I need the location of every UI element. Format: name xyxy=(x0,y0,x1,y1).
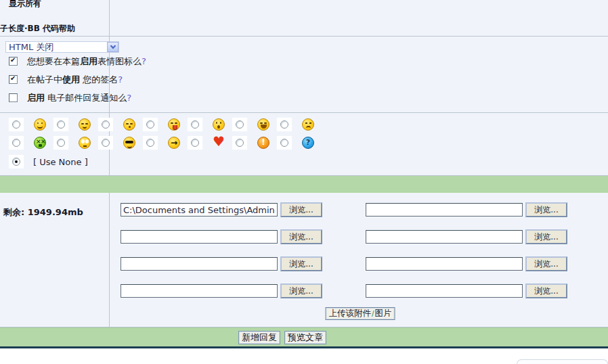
radio-cell xyxy=(98,118,113,131)
smiley-cell xyxy=(98,136,143,150)
smiley-radio-angry[interactable] xyxy=(280,120,288,129)
option-checkbox-1[interactable] xyxy=(9,75,18,84)
radio-cell xyxy=(232,118,247,131)
browse-button[interactable]: 浏览... xyxy=(525,283,567,298)
smiley-cell xyxy=(98,118,143,131)
option-label: 启用 电子邮件回复通知么? xyxy=(27,92,131,104)
file-path-input[interactable] xyxy=(121,257,278,271)
radio-cell xyxy=(232,136,247,150)
radio-cell xyxy=(143,118,158,131)
smiley-cell xyxy=(188,118,232,131)
preview-post-button[interactable]: 预览文章 xyxy=(284,331,326,344)
cool-icon xyxy=(123,137,135,149)
action-bar: 新增回复 预览文章 xyxy=(0,327,608,346)
option-row: 在帖子中使用 您的签名? xyxy=(9,74,123,85)
radio-cell xyxy=(53,136,68,150)
smiley-cell xyxy=(143,136,188,150)
option-checkbox-2[interactable] xyxy=(9,93,18,102)
smiley-radio-heart[interactable] xyxy=(191,139,199,147)
smiley-cell xyxy=(53,136,98,150)
radio-cell xyxy=(9,118,24,131)
shocked-icon xyxy=(213,118,225,131)
smiley-cell xyxy=(143,118,188,131)
upload-section: 剩余: 1949.94mb 浏览...浏览...浏览...浏览...浏览...浏… xyxy=(0,193,608,327)
radio-cell xyxy=(143,136,158,150)
smiley-radio-eyeroll[interactable] xyxy=(57,139,65,147)
smiley-cell xyxy=(277,118,322,131)
upload-button-text: 上传该附件 xyxy=(329,308,372,319)
option-row: 您想要在本篇启用表情图标么? xyxy=(9,56,146,66)
smiley-cell xyxy=(188,136,232,150)
smiley-cell xyxy=(53,118,98,131)
browse-button[interactable]: 浏览... xyxy=(280,202,322,217)
tongue-icon xyxy=(168,118,180,131)
green-band xyxy=(0,175,608,193)
option-checkbox-0[interactable] xyxy=(9,57,18,66)
smiley-radio-exclaim[interactable] xyxy=(236,139,244,147)
smiley-cell xyxy=(9,136,53,150)
submit-reply-button[interactable]: 新增回复 xyxy=(238,331,280,344)
browse-button[interactable]: 浏览... xyxy=(525,256,567,271)
smiley-radio-dead[interactable] xyxy=(12,139,20,147)
smiley-radio-cool[interactable] xyxy=(102,139,110,147)
browse-button[interactable]: 浏览... xyxy=(280,229,322,244)
option-label: 在帖子中使用 您的签名? xyxy=(27,74,123,86)
wink-icon xyxy=(79,118,91,131)
sleepy-icon xyxy=(123,118,135,131)
dropdown-arrow-button[interactable] xyxy=(107,42,118,52)
smiley-cell xyxy=(232,118,277,131)
smiley-radio-grin[interactable] xyxy=(236,120,244,129)
heart-icon xyxy=(213,137,225,149)
file-path-input[interactable] xyxy=(366,203,523,217)
use-none-radio[interactable] xyxy=(12,158,20,166)
smiley-radio-question[interactable] xyxy=(280,139,288,147)
radio-cell xyxy=(188,118,202,131)
use-none-label: [ Use None ] xyxy=(33,157,88,167)
grin-icon xyxy=(257,118,269,131)
option-row: 启用 电子邮件回复通知么? xyxy=(9,93,131,103)
html-mode-value: HTML 关闭 xyxy=(9,41,53,53)
bbcode-help-label[interactable]: 子长度·BB 代码帮助 xyxy=(0,23,75,35)
html-mode-select[interactable]: HTML 关闭 xyxy=(5,41,119,53)
file-path-input[interactable] xyxy=(121,230,278,244)
smile-icon xyxy=(34,118,46,131)
upload-button-text2: 图片 xyxy=(374,308,391,319)
smiley-radio-wink[interactable] xyxy=(57,120,65,129)
file-path-input[interactable] xyxy=(121,203,278,217)
browse-button[interactable]: 浏览... xyxy=(525,229,567,244)
angry-icon xyxy=(302,118,314,131)
corner-popup-edge xyxy=(517,359,608,364)
show-all-label[interactable]: 显示所有 xyxy=(9,0,41,9)
smiley-row xyxy=(9,118,322,131)
file-path-input[interactable] xyxy=(121,284,278,298)
file-path-input[interactable] xyxy=(366,257,523,271)
smiley-cell xyxy=(9,118,53,131)
smiley-section: [ Use None ] xyxy=(0,113,608,175)
options-section: HTML 关闭 您想要在本篇启用表情图标么?在帖子中使用 您的签名?启用 电子邮… xyxy=(0,37,608,112)
eyeroll-icon xyxy=(79,137,91,149)
arrow-icon xyxy=(168,137,180,149)
option-label: 您想要在本篇启用表情图标么? xyxy=(27,55,146,68)
radio-cell xyxy=(9,136,24,150)
radio-cell xyxy=(9,155,24,168)
smiley-cell xyxy=(232,136,277,150)
radio-cell xyxy=(188,136,202,150)
smiley-radio-shocked[interactable] xyxy=(191,120,199,129)
smiley-radio-sleepy[interactable] xyxy=(102,120,110,129)
dead-icon xyxy=(34,137,46,149)
quota-remaining-label: 剩余: 1949.94mb xyxy=(3,206,83,219)
file-path-input[interactable] xyxy=(366,230,523,244)
smiley-radio-smile[interactable] xyxy=(12,120,20,129)
upload-attachment-button[interactable]: 上传该附件/图片 xyxy=(326,307,395,320)
question-icon xyxy=(302,137,314,149)
smiley-row xyxy=(9,136,322,150)
file-path-input[interactable] xyxy=(366,284,523,298)
browse-button[interactable]: 浏览... xyxy=(525,202,567,217)
smiley-radio-tongue[interactable] xyxy=(146,120,154,129)
radio-cell xyxy=(53,118,68,131)
browse-button[interactable]: 浏览... xyxy=(280,283,322,298)
smiley-radio-arrow[interactable] xyxy=(146,139,154,147)
radio-cell xyxy=(98,136,113,150)
browse-button[interactable]: 浏览... xyxy=(280,256,322,271)
radio-cell xyxy=(277,118,292,131)
